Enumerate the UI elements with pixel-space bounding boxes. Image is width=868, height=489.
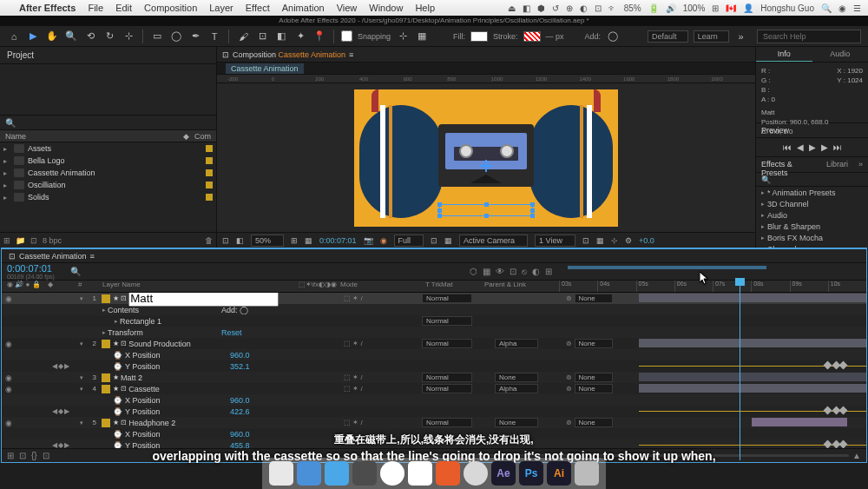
resolution-select[interactable]: Full: [394, 235, 424, 247]
menubar-icon[interactable]: ⊕: [566, 3, 573, 13]
keyframe-icon[interactable]: [839, 440, 848, 448]
dock-app-icon[interactable]: [575, 461, 599, 486]
time-ruler[interactable]: 03s04s05s06s07s08s09s10s: [557, 281, 866, 292]
twirl-icon[interactable]: ▾: [78, 340, 85, 347]
menu-view[interactable]: View: [337, 3, 358, 13]
menu-layer[interactable]: Layer: [209, 3, 233, 13]
visibility-icon[interactable]: ◉: [5, 385, 12, 393]
pickwhip-icon[interactable]: ⊚: [566, 294, 572, 302]
transp-icon[interactable]: ⊡: [431, 236, 437, 245]
comp-tab-label[interactable]: Composition Cassette Animation: [233, 50, 345, 59]
flow-node[interactable]: Cassette Animation: [226, 63, 304, 74]
parent-select[interactable]: None: [575, 339, 613, 348]
pickwhip-icon[interactable]: ⊚: [566, 419, 572, 426]
snapping-checkbox[interactable]: [341, 30, 352, 42]
anchor-tool-icon[interactable]: ⊹: [122, 30, 135, 43]
fast-preview-icon[interactable]: ⚙: [625, 236, 632, 245]
layer-bar[interactable]: [752, 418, 847, 426]
parent-select[interactable]: None: [575, 418, 613, 427]
playhead[interactable]: [740, 281, 740, 460]
prev-kf-icon[interactable]: ◀: [52, 441, 57, 448]
visibility-icon[interactable]: ◉: [5, 294, 12, 303]
tl-icon[interactable]: ⬡: [470, 267, 477, 276]
tab-icon[interactable]: ⊡: [222, 50, 229, 59]
visibility-icon[interactable]: ◉: [5, 419, 12, 427]
timeline-row[interactable]: ⌚ X Position960.0: [2, 428, 866, 439]
property-value[interactable]: 960.0: [230, 396, 335, 405]
project-folder[interactable]: ▸Cassette Animation: [0, 167, 216, 179]
label-color[interactable]: [102, 340, 110, 348]
label-color[interactable]: [102, 419, 110, 427]
menu-animation[interactable]: Animation: [282, 3, 325, 13]
snapshot-icon[interactable]: 📷: [364, 236, 373, 245]
twirl-icon[interactable]: ▾: [78, 420, 85, 426]
timeline-row[interactable]: ◉▾1★ ⊡⬚ ✶ /Normal⊚ None: [2, 293, 866, 304]
timeline-row[interactable]: ⌚ X Position960.0: [2, 394, 866, 406]
volume-icon[interactable]: 🔊: [666, 3, 676, 13]
twirl-icon[interactable]: ▸: [101, 307, 108, 314]
add-kf-icon[interactable]: ◆: [58, 407, 63, 415]
dock-app-icon[interactable]: [408, 461, 432, 486]
timeline-row[interactable]: ▸TransformReset: [2, 327, 866, 338]
dock-app-icon[interactable]: Ps: [519, 461, 543, 486]
menubar-icon[interactable]: ◐: [580, 3, 588, 13]
project-folder[interactable]: ▸Assets: [0, 142, 216, 155]
timeline-tab[interactable]: ⊡ Cassette Animation ≡: [2, 249, 866, 263]
trkmat-column[interactable]: T TrkMat: [413, 281, 484, 292]
orbit-tool-icon[interactable]: ⟲: [83, 30, 97, 43]
blend-mode-select[interactable]: Normal: [422, 294, 472, 303]
label-color[interactable]: [102, 385, 110, 393]
av-columns[interactable]: ◉ 🔊 ● 🔒 ◆: [2, 281, 78, 292]
dock-app-icon[interactable]: [464, 461, 488, 486]
tab-audio[interactable]: Audio: [812, 47, 869, 62]
trkmat-select[interactable]: Alpha: [495, 339, 538, 348]
menu-edit[interactable]: Edit: [115, 3, 132, 13]
blend-mode-select[interactable]: Normal: [422, 316, 472, 326]
parent-select[interactable]: None: [575, 294, 613, 303]
menu-composition[interactable]: Composition: [144, 3, 197, 13]
label-color[interactable]: [102, 373, 110, 382]
layer-bar[interactable]: [639, 384, 866, 393]
effects-category[interactable]: Audio: [756, 209, 868, 221]
visibility-icon[interactable]: ◉: [5, 340, 12, 348]
project-folder[interactable]: ▸Solids: [0, 191, 216, 203]
graph-editor-icon[interactable]: ⊞: [545, 267, 552, 276]
wifi-icon[interactable]: ᯤ: [608, 3, 617, 13]
tl-icon[interactable]: ⎋: [522, 267, 527, 276]
twirl-icon[interactable]: ▾: [78, 295, 85, 302]
menu-help[interactable]: Help: [415, 3, 435, 13]
prev-frame-icon[interactable]: ◀: [797, 142, 804, 152]
help-search-input[interactable]: [757, 30, 861, 43]
views-select[interactable]: 1 View: [535, 235, 575, 247]
property-value[interactable]: 960.0: [230, 351, 335, 360]
blend-mode-select[interactable]: Normal: [422, 373, 472, 382]
zoom-in-icon[interactable]: ▲: [852, 451, 861, 460]
property-value[interactable]: 960.0: [230, 430, 335, 439]
last-frame-icon[interactable]: ⏭: [833, 142, 842, 152]
spotlight-icon[interactable]: 🔍: [821, 3, 832, 13]
add-kf-icon[interactable]: ◆: [58, 362, 63, 370]
notification-icon[interactable]: ☰: [853, 3, 861, 13]
timeline-row[interactable]: ◀◆▶⌚ Y Position352.1: [2, 360, 866, 372]
alpha-icon[interactable]: ⊡: [222, 236, 229, 245]
effects-category[interactable]: 3D Channel: [756, 198, 868, 209]
current-time[interactable]: 0:00:07:01: [319, 236, 357, 245]
user-icon[interactable]: 👤: [743, 3, 753, 13]
dock-app-icon[interactable]: Ai: [547, 461, 571, 486]
switches-column[interactable]: ⬚✶\fx◐◑◉: [259, 281, 340, 292]
3d-icon[interactable]: ⊡: [582, 236, 589, 245]
composition-viewport[interactable]: [217, 83, 755, 232]
parent-select[interactable]: None: [575, 373, 613, 382]
workspace-more-icon[interactable]: »: [734, 30, 748, 43]
pickwhip-icon[interactable]: ⊚: [566, 340, 572, 347]
brush-tool-icon[interactable]: 🖌: [236, 30, 250, 43]
next-frame-icon[interactable]: ▶: [821, 142, 828, 152]
new-comp-icon[interactable]: ⊡: [30, 236, 37, 245]
first-frame-icon[interactable]: ⏮: [783, 142, 792, 152]
comp-tab-menu-icon[interactable]: ≡: [349, 50, 353, 59]
parent-select[interactable]: None: [575, 384, 613, 393]
current-time-display[interactable]: 0:00:07:01: [7, 263, 55, 274]
trash-icon[interactable]: 🗑: [205, 236, 213, 245]
pickwhip-icon[interactable]: ⊚: [566, 385, 572, 393]
hand-tool-icon[interactable]: ✋: [45, 30, 59, 43]
